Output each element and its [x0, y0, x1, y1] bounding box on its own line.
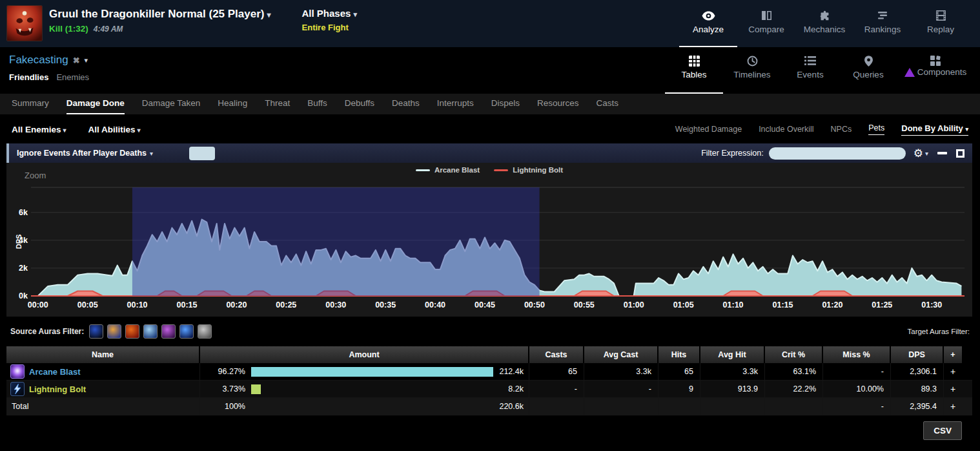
friendlies-toggle[interactable]: Friendlies [9, 72, 48, 82]
ignore-deaths-toggle[interactable] [189, 147, 215, 160]
expand-row-button[interactable]: + [944, 381, 962, 397]
col-header-amount[interactable]: Amount [200, 346, 529, 363]
chart-toolbar: Ignore Events After Player Deaths ▾ Filt… [6, 143, 972, 163]
close-icon[interactable]: ✖ [73, 56, 80, 65]
tab-debuffs[interactable]: Debuffs [345, 94, 374, 114]
csv-export-button[interactable]: CSV [923, 421, 962, 440]
frost-aura-icon[interactable] [143, 324, 158, 339]
nav-compare[interactable]: Compare [737, 0, 795, 47]
npcs-toggle[interactable]: NPCs [831, 125, 852, 134]
tab-summary[interactable]: Summary [12, 94, 49, 114]
svg-text:00:10: 00:10 [127, 300, 148, 309]
svg-text:00:20: 00:20 [226, 300, 247, 309]
weighted-damage-toggle[interactable]: Weighted Damage [675, 125, 742, 134]
view-timelines[interactable]: Timelines [723, 47, 781, 94]
nav-mechanics[interactable]: Mechanics [795, 0, 853, 47]
total-dps: 2,395.4 [891, 398, 944, 415]
col-header-miss[interactable]: Miss % [823, 346, 891, 363]
all-enemies-dropdown[interactable]: All Enemies▾ [12, 125, 66, 134]
expand-row-button[interactable]: + [944, 363, 962, 380]
svg-text:00:30: 00:30 [325, 300, 346, 309]
nav-analyze[interactable]: Analyze [679, 0, 737, 47]
tab-healing[interactable]: Healing [218, 94, 247, 114]
damage-bar [251, 367, 493, 377]
col-header-crit[interactable]: Crit % [765, 346, 823, 363]
maximize-icon[interactable] [956, 149, 965, 158]
phase-selected[interactable]: Entire Fight [302, 23, 357, 32]
enemies-toggle[interactable]: Enemies [56, 72, 89, 82]
tab-interrupts[interactable]: Interrupts [437, 94, 474, 114]
map-pin-icon [864, 54, 873, 67]
expand-total-button[interactable]: + [944, 398, 962, 415]
lightning-aura-icon[interactable] [89, 324, 103, 339]
mana-aura-icon[interactable] [179, 324, 194, 339]
ignore-deaths-dropdown[interactable]: Ignore Events After Player Deaths [17, 149, 147, 158]
chevron-down-icon[interactable]: ▾ [85, 56, 88, 65]
arcane-aura-icon[interactable] [161, 324, 176, 339]
damage-amount: 212.4k [493, 367, 529, 376]
casts-value: 65 [529, 363, 584, 380]
nav-replay[interactable]: Replay [912, 0, 970, 47]
svg-text:01:15: 01:15 [772, 300, 793, 309]
ability-link[interactable]: Lightning Bolt [29, 384, 86, 394]
tab-threat[interactable]: Threat [265, 94, 290, 114]
col-header-name[interactable]: Name [6, 346, 200, 363]
col-header-avg-hit[interactable]: Avg Hit [700, 346, 765, 363]
damage-bar [251, 384, 261, 394]
total-percent: 100% [205, 402, 245, 411]
svg-text:0k: 0k [19, 291, 28, 300]
orb-aura-icon[interactable] [107, 324, 121, 339]
col-header-plus[interactable]: + [944, 346, 962, 363]
col-header-dps[interactable]: DPS [891, 346, 944, 363]
dps-chart[interactable]: 0k2k4k6kDPS00:0000:0500:1000:1500:2000:2… [6, 163, 972, 317]
puzzle-icon [819, 9, 830, 22]
crit-value: 63.1% [765, 363, 823, 380]
tab-dispels[interactable]: Dispels [491, 94, 520, 114]
filter-expression-input[interactable] [769, 147, 906, 160]
svg-text:2k: 2k [19, 264, 28, 273]
svg-text:00:35: 00:35 [375, 300, 396, 309]
include-overkill-toggle[interactable]: Include Overkill [759, 125, 813, 134]
boss-portrait [6, 5, 43, 41]
col-header-avg-cast[interactable]: Avg Cast [584, 346, 658, 363]
pets-toggle[interactable]: Pets [868, 123, 884, 135]
view-tables[interactable]: Tables [665, 47, 723, 94]
helm-aura-icon[interactable] [198, 324, 212, 339]
col-header-hits[interactable]: Hits [658, 346, 700, 363]
nav-label: Compare [748, 25, 784, 34]
nav-rankings[interactable]: Rankings [853, 0, 912, 47]
top-header: Gruul the Dragonkiller Normal (25 Player… [0, 0, 980, 47]
table-header-row: Name Amount Casts Avg Cast Hits Avg Hit … [6, 346, 972, 363]
ability-link[interactable]: Arcane Blast [29, 367, 80, 377]
fire-aura-icon[interactable] [125, 324, 139, 339]
phases-dropdown[interactable]: All Phases▾ [302, 8, 357, 19]
tab-casts[interactable]: Casts [597, 94, 619, 114]
view-events[interactable]: Events [781, 47, 839, 94]
tab-deaths[interactable]: Deaths [392, 94, 420, 114]
table-row: Arcane Blast 96.27% 212.4k 65 3.3k 65 3.… [6, 363, 972, 381]
chevron-down-icon: ▾ [63, 127, 66, 134]
legend-lightning-bolt[interactable]: Lightning Bolt [494, 166, 563, 174]
all-abilities-dropdown[interactable]: All Abilities▾ [88, 125, 141, 134]
tab-buffs[interactable]: Buffs [307, 94, 327, 114]
view-queries[interactable]: Queries [839, 47, 897, 94]
svg-text:6k: 6k [19, 208, 28, 217]
report-name[interactable]: Fakecasting [9, 54, 68, 67]
legend-arcane-blast[interactable]: Arcane Blast [416, 166, 480, 174]
view-components[interactable]: Components [897, 47, 974, 94]
tab-damage-taken[interactable]: Damage Taken [142, 94, 201, 114]
gear-icon[interactable]: ⚙ [914, 148, 923, 159]
chevron-down-icon[interactable]: ▾ [925, 150, 928, 157]
lightning-bolt-icon [10, 382, 25, 396]
minimize-icon[interactable] [937, 152, 947, 154]
damage-table: Name Amount Casts Avg Cast Hits Avg Hit … [6, 346, 972, 415]
chart-canvas[interactable]: 0k2k4k6kDPS00:0000:0500:1000:1500:2000:2… [6, 163, 972, 317]
done-by-ability-dropdown[interactable]: Done By Ability ▾ [901, 123, 968, 136]
tab-resources[interactable]: Resources [537, 94, 579, 114]
svg-text:DPS: DPS [15, 235, 23, 249]
avg-cast-value: - [584, 381, 658, 397]
tab-damage-done[interactable]: Damage Done [66, 94, 125, 114]
col-header-casts[interactable]: Casts [529, 346, 584, 363]
view-label: Components [917, 67, 967, 77]
fight-title-dropdown[interactable]: Gruul the Dragonkiller Normal (25 Player… [49, 8, 271, 21]
